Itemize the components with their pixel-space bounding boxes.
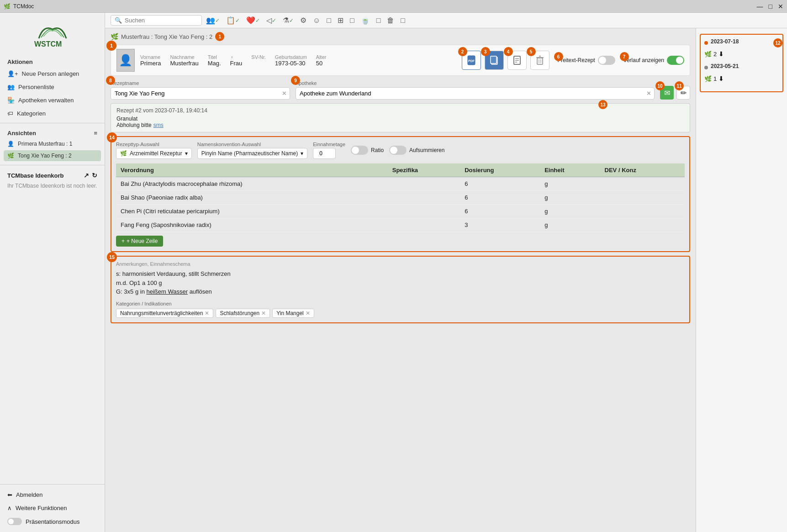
col-dev: DEV / Konz <box>600 163 685 177</box>
toolbar-btn-3[interactable]: ❤️✓ <box>244 15 262 26</box>
btn11-badge: 11 <box>675 81 684 90</box>
chevron-up-icon: ∧ <box>7 505 12 511</box>
template-badge: 4 <box>504 47 513 56</box>
verlauf-label: Verlauf anzeigen <box>623 57 664 63</box>
sidebar-item-weitere[interactable]: ∧ Weitere Funktionen <box>0 501 105 515</box>
col-verordnung: Verordnung <box>116 163 388 177</box>
rezepttyp-label: Rezepttyp-Auswahl <box>116 142 192 147</box>
praesentation-toggle[interactable] <box>7 518 22 525</box>
toolbar-btn-4[interactable]: ◁✓ <box>264 15 279 26</box>
delete-badge: 5 <box>527 47 536 56</box>
patient-field-geburtsdatum: Geburtsdatum 1973-05-30 <box>275 54 307 67</box>
apotheke-clear-button[interactable]: ✕ <box>644 88 654 99</box>
recipe-info-badge: 13 <box>598 100 607 109</box>
toolbar-btn-10[interactable]: □ <box>348 15 357 26</box>
einnahmetage-input[interactable] <box>313 148 336 159</box>
search-input[interactable] <box>125 17 189 24</box>
tag-close-button[interactable]: ✕ <box>306 310 310 316</box>
history-recipe-icon-2: 🌿 <box>704 75 712 82</box>
search-box[interactable]: 🔍 <box>111 15 202 26</box>
rezeptname-label: Rezeptname <box>111 80 290 86</box>
namenskonvention-dropdown[interactable]: Pinyin Name (Pharmazeutischer Name) ▾ <box>197 148 307 159</box>
sidebar-logo: WSTCM <box>0 13 105 55</box>
toolbar-btn-13[interactable]: 🗑 <box>385 15 396 26</box>
patient-avatar: 👤 <box>116 49 135 72</box>
patient-field-alter: Alter 50 <box>316 54 327 67</box>
history-section: 2023-07-18 12 🌿 2 ⬇ 2023-05- <box>700 34 783 92</box>
patient-field-geschlecht: ♀ Frau <box>230 54 243 67</box>
toolbar-btn-1[interactable]: 👥✓ <box>204 15 222 26</box>
recipe-info: 13 Rezept #2 vom 2023-07-18, 19:40:14 Gr… <box>111 103 690 132</box>
sidebar-divider-2 <box>0 165 105 165</box>
toolbar-btn-9[interactable]: ⊞ <box>335 15 346 26</box>
history-date2-section: 2023-05-21 🌿 1 ⬇ <box>704 63 779 82</box>
table-row: Bai Zhu (Atractylodis macrocephalae rhiz… <box>116 177 685 191</box>
close-button[interactable]: ✕ <box>778 3 783 10</box>
toolbar-btn-11[interactable]: 🍵 <box>359 15 372 26</box>
edit-btn-wrap: 11 ✏ <box>676 86 690 100</box>
ratio-toggle[interactable] <box>351 146 368 155</box>
apotheke-input-wrap: ✕ <box>296 87 655 100</box>
verlauf-toggle[interactable] <box>667 56 684 65</box>
tcmbase-refresh-icon[interactable]: ↻ <box>92 172 97 179</box>
namenskonvention-label: Namenskonvention-Auswahl <box>197 142 307 147</box>
svg-rect-9 <box>537 58 543 64</box>
rezeptname-input[interactable] <box>111 88 279 99</box>
minimize-button[interactable]: — <box>757 3 763 10</box>
sidebar-item-view1[interactable]: 👤 Primera Musterfrau : 1 <box>0 138 105 149</box>
tag-close-button[interactable]: ✕ <box>261 310 266 316</box>
rezeptname-clear-button[interactable]: ✕ <box>279 88 290 99</box>
patient-field-svnr: SV-Nr. <box>251 54 266 67</box>
freitext-toggle[interactable] <box>598 56 615 65</box>
tcmbase-export-icon[interactable]: ↗ <box>84 172 89 179</box>
verlauf-wrap: 7 Verlauf anzeigen <box>623 56 684 65</box>
sidebar-item-view2[interactable]: 🌿 Tong Xie Yao Feng : 2 <box>4 150 101 161</box>
table-row: Fang Feng (Saposhnikoviae radix) 3 g <box>116 218 685 232</box>
toolbar-btn-8[interactable]: □ <box>324 15 333 26</box>
patient-field-vorname: Vorname Primera <box>140 54 161 67</box>
history-item2: 🌿 1 ⬇ <box>704 75 779 82</box>
add-person-icon: 👤+ <box>7 70 18 77</box>
history-download-btn-2[interactable]: ⬇ <box>718 75 724 82</box>
toolbar-btn-6[interactable]: ⚙ <box>298 15 309 26</box>
prescription-section: 14 Rezepttyp-Auswahl 🌿 Arzneimittel Reze… <box>111 136 690 252</box>
toolbar-btn-14[interactable]: □ <box>398 15 407 26</box>
rezepttyp-group: Rezepttyp-Auswahl 🌿 Arzneimittel Rezeptu… <box>116 142 192 159</box>
sidebar-item-apotheken[interactable]: 🏪 Apotheken verwalten <box>0 94 105 107</box>
notes-text: s: harmonisiert Verdauung, stillt Schmer… <box>116 269 685 296</box>
history-download-btn[interactable]: ⬇ <box>718 50 724 58</box>
template-btn-wrap: 4 <box>507 51 527 70</box>
new-row-button[interactable]: + + Neue Zeile <box>116 236 163 247</box>
maximize-button[interactable]: □ <box>769 3 772 10</box>
sidebar-item-personenliste[interactable]: 👥 Personenliste <box>0 80 105 94</box>
tag-close-button[interactable]: ✕ <box>205 310 209 316</box>
toolbar-btn-2[interactable]: 📋✓ <box>224 15 242 26</box>
rezepttyp-chevron-icon: ▾ <box>185 150 188 157</box>
categories-icon: 🏷 <box>7 110 13 117</box>
recipe-sms-link[interactable]: sms <box>153 122 164 128</box>
freitext-label: Freitext-Rezept <box>558 57 595 63</box>
titlebar-controls[interactable]: — □ ✕ <box>757 3 783 10</box>
toolbar-btn-5[interactable]: ⚗✓ <box>280 15 296 26</box>
apotheke-input[interactable] <box>296 88 644 99</box>
pdf-btn-wrap: 2 PDF <box>462 51 481 70</box>
namenskonvention-chevron-icon: ▾ <box>301 150 303 157</box>
notes-kategorien: Kategorien / Indikationen Nahrungsmittel… <box>116 301 685 318</box>
toolbar-btn-7[interactable]: ☺ <box>311 15 322 26</box>
recipe-form-row: 8 Rezeptname ✕ 9 Apotheke ✕ <box>111 80 690 100</box>
prescription-table: Verordnung Spezifika Dosierung Einheit D… <box>116 163 685 232</box>
sidebar-item-neue-person[interactable]: 👤+ Neue Person anlegen <box>0 67 105 80</box>
toolbar-btn-12[interactable]: □ <box>374 15 383 26</box>
sidebar-item-abmelden[interactable]: ⬅ Abmelden <box>0 488 105 501</box>
ansichten-menu-icon[interactable]: ≡ <box>94 130 97 137</box>
patient-card-badge: 1 <box>106 41 116 51</box>
namenskonvention-group: Namenskonvention-Auswahl Pinyin Name (Ph… <box>197 142 307 159</box>
sidebar-item-praesentation[interactable]: Präsentationsmodus <box>0 515 105 528</box>
verlauf-badge: 7 <box>620 52 629 61</box>
copy-badge: 3 <box>481 47 490 56</box>
sidebar-item-kategorien[interactable]: 🏷 Kategorien <box>0 107 105 120</box>
pharmacy-icon: 🏪 <box>7 97 15 104</box>
aufsummieren-toggle[interactable] <box>389 146 407 155</box>
rezepttyp-dropdown[interactable]: 🌿 Arzneimittel Rezeptur ▾ <box>116 148 192 159</box>
rezepttyp-icon: 🌿 <box>120 150 127 157</box>
